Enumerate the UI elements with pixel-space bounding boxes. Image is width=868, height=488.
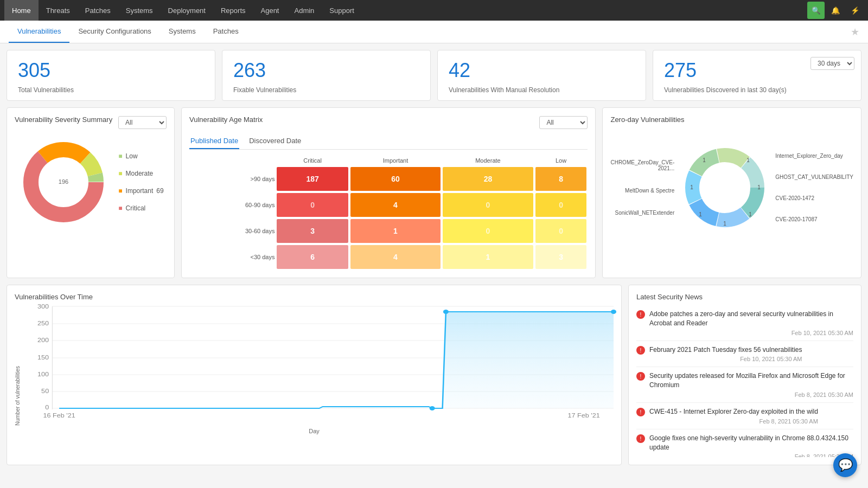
matrix-cell[interactable]: 28 bbox=[442, 166, 534, 192]
zero-day-labels-right: Internet_Explorer_Zero_day GHOST_CAT_VUL… bbox=[775, 153, 853, 222]
age-matrix-panel-title: Vulnerability Age Matrix bbox=[189, 115, 263, 124]
zd-label-meltdown: MeltDown & Spectre bbox=[610, 188, 674, 194]
matrix-cell[interactable]: 4 bbox=[349, 244, 442, 270]
col-moderate: Moderate bbox=[442, 155, 534, 166]
line-chart-container: Number of vulnerabilities bbox=[15, 306, 614, 426]
nav-icons: 🔍 🔔 ⚡ bbox=[807, 2, 864, 19]
nav-systems[interactable]: Systems bbox=[118, 0, 161, 21]
legend-important: ■ Important 69 bbox=[118, 187, 163, 195]
zero-day-donut-svg: 1 1 1 1 1 1 1 bbox=[679, 142, 771, 234]
legend-low: ■ Low bbox=[118, 152, 163, 160]
news-item[interactable]: ! February 2021 Patch Tuesday fixes 56 v… bbox=[636, 341, 853, 368]
matrix-cell[interactable]: 60 bbox=[349, 166, 442, 192]
news-panel: Latest Security News ! Adobe patches a z… bbox=[628, 285, 861, 465]
svg-text:1: 1 bbox=[690, 184, 693, 190]
fixable-vulnerabilities-number: 263 bbox=[233, 59, 419, 82]
nav-deployment[interactable]: Deployment bbox=[161, 0, 213, 21]
zd-label-cve1472: CVE-2020-1472 bbox=[775, 195, 853, 201]
search-button[interactable]: 🔍 bbox=[807, 2, 825, 19]
matrix-cell[interactable]: 8 bbox=[534, 166, 588, 192]
tab-vulnerabilities[interactable]: Vulnerabilities bbox=[9, 21, 69, 43]
news-item[interactable]: ! CWE-415 - Internet Explorer Zero-day e… bbox=[636, 403, 853, 429]
manual-vulnerabilities-number: 42 bbox=[449, 59, 635, 82]
nav-admin[interactable]: Admin bbox=[286, 0, 322, 21]
svg-text:1: 1 bbox=[757, 184, 761, 190]
y-axis-label: Number of vulnerabilities bbox=[15, 306, 21, 426]
nav-support[interactable]: Support bbox=[322, 0, 362, 21]
news-date: Feb 8, 2021 05:30 AM bbox=[649, 453, 853, 457]
zd-label-ghost: GHOST_CAT_VULNERABILITY bbox=[775, 174, 853, 180]
matrix-tab-discovered[interactable]: Discovered Date bbox=[248, 133, 302, 149]
manual-vulnerabilities-label: Vulnerabilities With Manual Resolution bbox=[449, 86, 635, 94]
zd-label-sonicwall: SonicWall_NETExtender bbox=[610, 210, 674, 216]
age-matrix-table: Critical Important Moderate Low >90 days… bbox=[189, 155, 588, 270]
news-item[interactable]: ! Google fixes one high-severity vulnera… bbox=[636, 429, 853, 457]
svg-point-34 bbox=[430, 406, 435, 410]
matrix-cell[interactable]: 4 bbox=[349, 192, 442, 218]
news-date: Feb 10, 2021 05:30 AM bbox=[649, 356, 802, 362]
col-critical: Critical bbox=[276, 155, 349, 166]
nav-reports[interactable]: Reports bbox=[213, 0, 253, 21]
matrix-cell[interactable]: 1 bbox=[349, 218, 442, 244]
matrix-cell[interactable]: 0 bbox=[534, 218, 588, 244]
news-title: CWE-415 - Internet Explorer Zero-day exp… bbox=[649, 407, 818, 416]
tab-systems[interactable]: Systems bbox=[160, 21, 205, 43]
svg-text:196: 196 bbox=[59, 178, 68, 185]
notifications-button[interactable]: 🔔 bbox=[827, 2, 844, 19]
matrix-cell[interactable]: 0 bbox=[442, 218, 534, 244]
over-time-panel: Vulnerabilities Over Time Number of vuln… bbox=[7, 285, 622, 465]
matrix-cell[interactable]: 3 bbox=[534, 244, 588, 270]
news-title: Google fixes one high-severity vulnerabi… bbox=[649, 434, 853, 452]
nav-patches[interactable]: Patches bbox=[78, 0, 118, 21]
svg-text:1: 1 bbox=[749, 211, 752, 217]
matrix-cell[interactable]: 1 bbox=[442, 244, 534, 270]
matrix-cell[interactable]: 0 bbox=[442, 192, 534, 218]
age-matrix-panel-header: Vulnerability Age Matrix All Critical Im… bbox=[189, 115, 588, 129]
stat-card-discovered: 30 days 7 days 60 days 90 days 275 Vulne… bbox=[653, 50, 861, 101]
svg-text:200: 200 bbox=[37, 337, 49, 343]
news-content: February 2021 Patch Tuesday fixes 56 vul… bbox=[649, 345, 802, 363]
matrix-tab-published[interactable]: Published Date bbox=[189, 133, 239, 149]
svg-text:1: 1 bbox=[746, 157, 750, 163]
age-matrix-dropdown[interactable]: All Critical Important bbox=[539, 116, 588, 129]
svg-text:1: 1 bbox=[703, 157, 706, 163]
days-dropdown[interactable]: 30 days 7 days 60 days 90 days bbox=[810, 57, 854, 70]
main-content: 305 Total Vulnerabilities 263 Fixable Vu… bbox=[0, 43, 868, 472]
matrix-cell[interactable]: 3 bbox=[276, 218, 349, 244]
matrix-row-label: >90 days bbox=[189, 166, 276, 192]
svg-text:16 Feb '21: 16 Feb '21 bbox=[43, 413, 75, 419]
news-alert-icon: ! bbox=[636, 408, 645, 419]
news-alert-icon: ! bbox=[636, 434, 645, 445]
zero-day-panel-header: Zero-day Vulnerabilities bbox=[610, 115, 853, 129]
svg-text:300: 300 bbox=[37, 304, 49, 310]
svg-text:!: ! bbox=[640, 374, 642, 380]
news-content: CWE-415 - Internet Explorer Zero-day exp… bbox=[649, 407, 818, 425]
star-icon[interactable]: ★ bbox=[851, 27, 859, 37]
matrix-cell[interactable]: 6 bbox=[276, 244, 349, 270]
matrix-cell[interactable]: 0 bbox=[534, 192, 588, 218]
news-list: ! Adobe patches a zero-day and several s… bbox=[636, 305, 853, 457]
nav-home[interactable]: Home bbox=[4, 0, 39, 21]
nav-agent[interactable]: Agent bbox=[253, 0, 287, 21]
x-axis-label: Day bbox=[15, 428, 614, 434]
zd-label-chrome: CHROME_ZeroDay_CVE-2021... bbox=[610, 159, 674, 171]
svg-text:1: 1 bbox=[699, 211, 702, 217]
news-item[interactable]: ! Adobe patches a zero-day and several s… bbox=[636, 305, 853, 341]
nav-threats[interactable]: Threats bbox=[39, 0, 78, 21]
svg-text:!: ! bbox=[640, 409, 642, 415]
news-item[interactable]: ! Security updates released for Mozilla … bbox=[636, 367, 853, 403]
news-content: Security updates released for Mozilla Fi… bbox=[649, 371, 853, 398]
zero-day-panel: Zero-day Vulnerabilities CHROME_ZeroDay_… bbox=[602, 107, 861, 278]
tab-patches[interactable]: Patches bbox=[205, 21, 247, 43]
matrix-cell[interactable]: 187 bbox=[276, 166, 349, 192]
news-date: Feb 8, 2021 05:30 AM bbox=[649, 418, 818, 425]
stat-card-fixable: 263 Fixable Vulnerabilities bbox=[222, 50, 431, 101]
tab-security-configurations[interactable]: Security Configurations bbox=[69, 21, 159, 43]
matrix-cell[interactable]: 0 bbox=[276, 192, 349, 218]
total-vulnerabilities-label: Total Vulnerabilities bbox=[18, 86, 204, 94]
lightning-button[interactable]: ⚡ bbox=[846, 2, 864, 19]
news-alert-icon: ! bbox=[636, 310, 645, 321]
svg-text:!: ! bbox=[640, 436, 642, 442]
svg-text:0: 0 bbox=[45, 404, 49, 410]
severity-dropdown[interactable]: All Critical Important Moderate Low bbox=[118, 116, 167, 129]
